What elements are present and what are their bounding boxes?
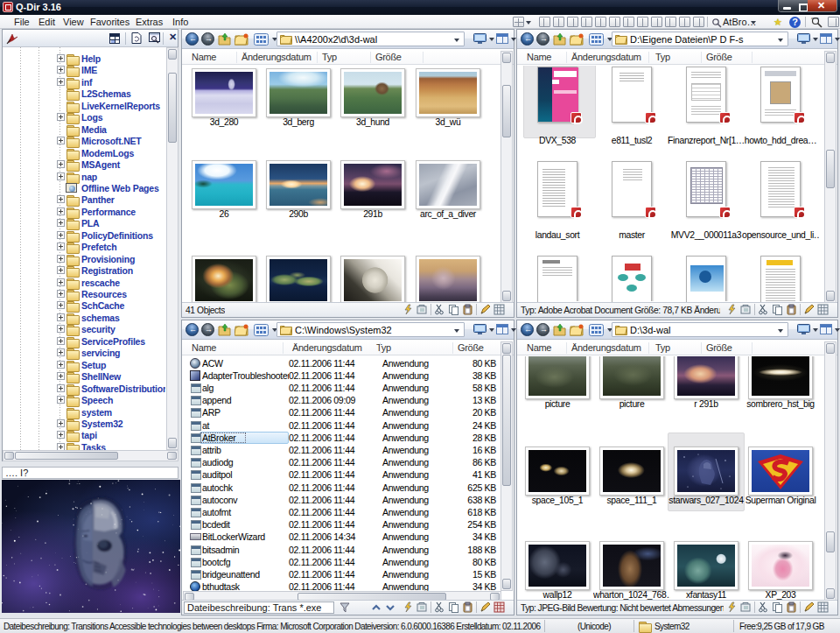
svg-text:zoom: zoom bbox=[811, 17, 819, 20]
